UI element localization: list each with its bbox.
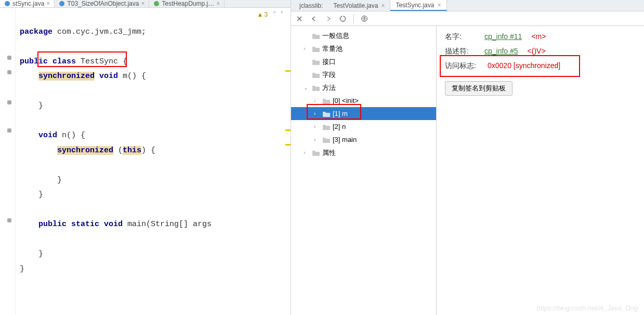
expand-icon[interactable]: › xyxy=(304,46,310,51)
tree-label: 接口 xyxy=(322,57,336,67)
tab-label: TestSync.java xyxy=(396,2,434,9)
tree-label: [0] <init> xyxy=(333,97,359,104)
gutter-fold-icon[interactable] xyxy=(7,100,11,104)
kw-static: static xyxy=(71,220,99,229)
gutter-fold-icon[interactable] xyxy=(7,128,11,133)
globe-icon[interactable] xyxy=(360,15,369,23)
tree-item-attributes[interactable]: › 属性 xyxy=(291,146,436,159)
tab-label: stSync.java xyxy=(12,0,44,7)
tree-item-method-n[interactable]: › [2] n xyxy=(291,120,436,133)
warning-tick[interactable] xyxy=(285,129,291,131)
tree-label: 一般信息 xyxy=(322,31,349,41)
paren: ) { xyxy=(141,146,155,155)
tree-label: 常量池 xyxy=(322,44,343,54)
tab-file-1[interactable]: T03_SizeOfAnObject.java × xyxy=(55,0,149,7)
folder-icon xyxy=(322,123,331,130)
tree-item-interfaces[interactable]: 接口 xyxy=(291,55,436,68)
close-icon[interactable]: × xyxy=(216,0,220,7)
detail-value: 0x0020 [synchronized] xyxy=(488,61,560,70)
tab-file-0[interactable]: stSync.java × xyxy=(0,0,55,7)
expand-icon[interactable]: › xyxy=(314,111,320,116)
expand-icon[interactable]: › xyxy=(314,98,320,103)
gutter-fold-icon[interactable] xyxy=(7,56,11,60)
jclasslib-tab-0[interactable]: TestVolatile.java × xyxy=(328,0,390,11)
gutter-fold-icon[interactable] xyxy=(7,218,11,222)
expand-icon[interactable]: › xyxy=(304,150,310,155)
method-n-sig: n() { xyxy=(57,131,85,140)
folder-icon xyxy=(312,149,320,156)
jclasslib-toolbar xyxy=(291,11,644,26)
tree-item-constpool[interactable]: › 常量池 xyxy=(291,42,436,55)
forward-icon[interactable] xyxy=(324,15,333,23)
inspection-badge[interactable]: ▲ 3 xyxy=(257,11,268,18)
gutter xyxy=(0,8,16,315)
brace: } xyxy=(38,250,43,258)
folder-icon xyxy=(322,136,331,143)
warning-tick[interactable] xyxy=(285,70,291,72)
kw-this: this xyxy=(123,146,141,155)
brace: } xyxy=(20,265,24,273)
refresh-icon[interactable] xyxy=(339,15,347,23)
folder-icon xyxy=(312,58,320,65)
close-icon[interactable]: × xyxy=(381,2,385,9)
expand-icon[interactable]: › xyxy=(314,124,320,129)
close-icon[interactable] xyxy=(295,15,304,23)
paren: ( xyxy=(113,146,123,155)
java-icon xyxy=(59,1,65,7)
collapse-icon[interactable]: ⌄ xyxy=(304,85,310,90)
tree-label: [2] n xyxy=(333,123,346,130)
close-icon[interactable]: × xyxy=(437,2,441,9)
tree-item-method-m[interactable]: › [1] m xyxy=(291,107,436,120)
editor-tabs: stSync.java × T03_SizeOfAnObject.java × … xyxy=(0,0,291,8)
brace: } xyxy=(38,190,43,199)
method-details: 名字: cp_info #11 <m> 描述符: cp_info #5 <()V… xyxy=(437,26,644,315)
detail-label: 描述符: xyxy=(445,47,478,56)
warning-icon: ▲ xyxy=(257,11,263,18)
copy-signature-button[interactable]: 复制签名到剪贴板 xyxy=(445,81,512,96)
detail-row-accessflags: 访问标志: 0x0020 [synchronized] xyxy=(445,61,636,71)
kw-void: void xyxy=(99,72,118,81)
detail-label: 访问标志: xyxy=(445,61,478,71)
code-text[interactable]: package com.cyc.jvm.c3_jmm; public class… xyxy=(16,8,291,315)
watermark: https://blog.csdn.net/A_Java_Dog xyxy=(537,304,638,312)
tree-label: 属性 xyxy=(322,148,336,158)
tree-item-fields[interactable]: 字段 xyxy=(291,68,436,81)
kw-public: public xyxy=(20,57,48,66)
kw-void: void xyxy=(38,131,57,140)
detail-value: <()V> xyxy=(528,47,546,55)
tree-item-general[interactable]: 一般信息 xyxy=(291,29,436,42)
tree-item-method-init[interactable]: › [0] <init> xyxy=(291,94,436,107)
cp-link[interactable]: cp_info #11 xyxy=(484,32,522,41)
tree-item-method-main[interactable]: › [3] main xyxy=(291,133,436,146)
expand-icon[interactable]: › xyxy=(314,137,320,142)
cp-link[interactable]: cp_info #5 xyxy=(484,47,518,55)
nav-up-icon[interactable]: ˄ xyxy=(273,11,276,18)
folder-icon xyxy=(312,84,320,91)
back-icon[interactable] xyxy=(310,15,318,23)
tab-file-2[interactable]: TestHeapDump.j… × xyxy=(149,0,225,7)
kw-synchronized: synchronized xyxy=(38,72,95,81)
svg-point-0 xyxy=(5,1,10,6)
editor-pane: stSync.java × T03_SizeOfAnObject.java × … xyxy=(0,0,291,315)
kw-class: class xyxy=(52,57,76,66)
gutter-fold-icon[interactable] xyxy=(7,70,11,74)
folder-icon xyxy=(312,32,320,40)
code-area[interactable]: package com.cyc.jvm.c3_jmm; public class… xyxy=(0,8,291,315)
brace: } xyxy=(57,176,62,185)
warning-tick[interactable] xyxy=(285,144,291,146)
folder-icon xyxy=(312,71,320,78)
kw-package: package xyxy=(20,28,52,36)
close-icon[interactable]: × xyxy=(141,0,144,7)
java-icon xyxy=(4,1,10,7)
nav-down-icon[interactable]: ˅ xyxy=(280,11,283,18)
detail-row-descriptor: 描述符: cp_info #5 <()V> xyxy=(445,47,636,56)
jclasslib-pane: jclasslib: TestVolatile.java × TestSync.… xyxy=(291,0,644,315)
separator xyxy=(353,14,354,23)
folder-icon xyxy=(322,110,331,117)
jclasslib-tab-1[interactable]: TestSync.java × xyxy=(390,0,446,11)
close-icon[interactable]: × xyxy=(46,0,50,7)
class-tree[interactable]: 一般信息 › 常量池 接口 字段 ⌄ xyxy=(291,26,437,315)
tree-item-methods[interactable]: ⌄ 方法 xyxy=(291,81,436,94)
tree-label: 字段 xyxy=(322,70,336,80)
detail-row-name: 名字: cp_info #11 <m> xyxy=(445,32,636,42)
